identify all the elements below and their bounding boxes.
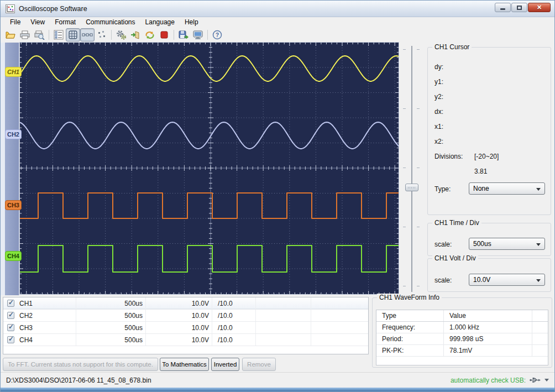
channel-marker-ch4[interactable]: CH4 [5,251,22,261]
waveform-info-header: Type Value [376,310,548,322]
usb-status-label: automatically check USB: [451,377,526,384]
waveform-canvas[interactable] [20,43,399,294]
close-button[interactable]: ✕ [528,3,551,12]
value-column-header: Value [444,310,532,321]
volt-div-title: CH1 Volt / Div [432,254,478,262]
time-div-panel: CH1 Time / Div scale: 500us [427,223,551,256]
waveform-info-row: PK-PK:78.1mV [376,345,548,357]
grid-display-button[interactable] [66,28,80,41]
points-icon [97,30,106,39]
close-icon: ✕ [537,4,542,11]
channel-checkbox[interactable] [7,324,14,331]
to-fft-button: To FFT. Current status not support for t… [3,358,158,371]
x1-label: x1: [434,123,443,130]
time-div-title: CH1 Time / Div [432,219,481,227]
channel-checkbox[interactable] [7,312,14,319]
type-column-header: Type [376,310,444,321]
toolbar-separator [207,30,208,40]
channel-table: CH1500us10.0V/10.0CH2500us10.0V/10.0CH35… [3,297,369,354]
menu-help[interactable]: Help [180,18,203,27]
channel-table-row[interactable]: CH2500us10.0V/10.0 [3,310,368,322]
channel-list-button[interactable] [51,28,66,41]
menu-communications[interactable]: Communications [81,18,140,27]
usb-dropdown-arrow[interactable] [544,379,549,384]
minimize-button[interactable] [495,3,511,12]
slider-track[interactable] [411,46,412,292]
waveform-info-row: Period:999.998 uS [376,333,548,345]
channel-name: CH3 [19,324,33,332]
cursor-type-value: None [473,185,489,192]
restore-icon [517,6,522,10]
open-folder-icon [5,30,16,40]
help-icon: ? [212,30,222,40]
app-icon [6,4,15,13]
dots-line-display-button[interactable] [80,28,95,41]
time-scale-value: 500us [473,240,491,248]
channel-name: CH1 [19,300,33,307]
restore-button[interactable] [511,3,527,12]
minimize-icon [500,8,505,10]
channel-marker-ch1[interactable]: CH1 [5,67,22,77]
print-preview-button[interactable] [32,28,46,41]
import-icon [130,30,141,40]
menu-file[interactable]: File [5,18,25,27]
menu-view[interactable]: View [25,18,50,27]
print-preview-icon [34,30,45,40]
menu-language[interactable]: Language [140,18,180,27]
screen-capture-button[interactable] [191,28,205,41]
dots-line-icon [82,30,93,40]
channel-checkbox[interactable] [7,336,14,343]
status-bar: D:\XDS3004\DSO\2017-06-06 11_45_08_678.b… [1,372,554,388]
refresh-button[interactable] [143,28,157,41]
refresh-icon [144,30,155,40]
volt-scale-select[interactable]: 10.0V [469,274,545,286]
print-button[interactable] [18,28,32,41]
toolbar: ? [1,27,554,43]
toolbar-separator [174,30,174,40]
channel-checkbox[interactable] [7,300,14,307]
remove-button: Remove [242,358,276,371]
grid-icon [68,30,78,40]
channel-marker-ch3[interactable]: CH3 [5,200,22,210]
monitor-icon [192,30,203,40]
divisions-range: [-20~20] [474,153,499,160]
channel-name: CH2 [19,312,33,320]
save-image-button[interactable] [176,28,191,41]
print-icon [19,30,30,40]
vertical-slider [400,43,424,295]
waveform-info-table: Type Value Frequency:1.000 kHzPeriod:999… [376,310,548,365]
volt-div-panel: CH1 Volt / Div scale: 10.0V [427,258,551,292]
help-button[interactable]: ? [210,28,224,41]
waveform-info-title: CH1 WaveForm Info [377,294,442,301]
time-scale-select[interactable]: 500us [469,238,545,250]
cursor-panel-title: CH1 Cursor [432,43,472,51]
open-file-button[interactable] [3,28,18,41]
to-mathematics-button[interactable]: To Mathematics [160,358,209,371]
slider-ticks [417,49,420,289]
channel-marker-ch2[interactable]: CH2 [5,129,22,139]
left-gutter [1,43,5,295]
divisions-value: 3.81 [474,168,487,175]
settings-button[interactable] [114,28,128,41]
waveform-display[interactable] [20,43,399,294]
toolbar-separator [49,30,49,40]
inverted-button[interactable]: Inverted [211,358,239,371]
type-label: Type: [434,185,451,193]
window-title: Oscilloscope Software [19,5,87,13]
dy-label: dy: [434,63,443,71]
channel-table-row[interactable]: CH3500us10.0V/10.0 [3,322,368,334]
channel-table-row[interactable]: CH1500us10.0V/10.0 [3,297,368,310]
save-icon [178,30,189,40]
slider-ticks [403,49,406,289]
channel-table-row[interactable]: CH4500us10.0V/10.0 [3,334,368,346]
stop-button[interactable] [157,28,171,41]
import-data-button[interactable] [128,28,143,41]
svg-text:?: ? [216,32,219,38]
channel-name: CH4 [19,336,33,344]
volt-scale-value: 10.0V [473,276,490,284]
points-display-button[interactable] [95,28,109,41]
menu-format[interactable]: Format [50,18,81,27]
cursor-type-select[interactable]: None [469,182,545,195]
gears-icon [116,30,127,40]
slider-handle[interactable] [405,184,418,191]
